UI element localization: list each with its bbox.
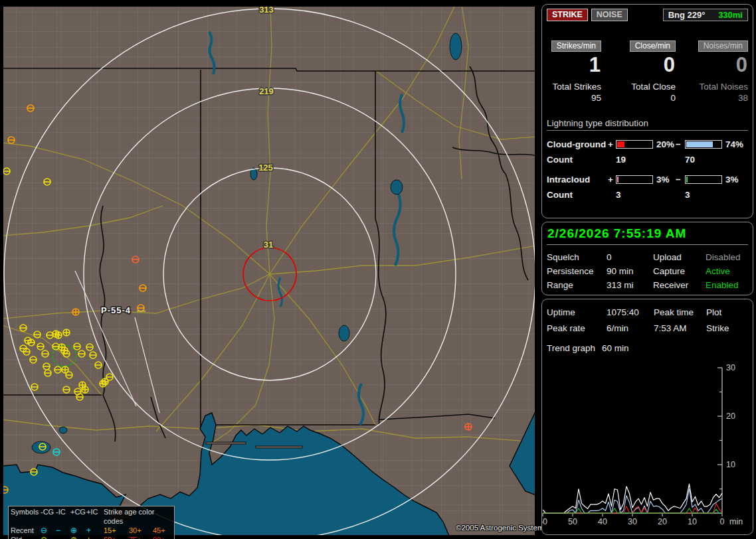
persistence-label: Persistence (547, 266, 607, 276)
legend-header-neg-ic: -IC (56, 507, 70, 526)
intracloud-row: Intracloud + 3% − 3% (547, 172, 748, 187)
plus-sign: + (608, 175, 616, 185)
strike-symbol-pos (465, 424, 472, 430)
strikes-per-min-column: Strikes/min 1 Total Strikes 95 (547, 39, 601, 103)
y-tick-label: 20 (726, 412, 735, 421)
age-code-90: 90+ (153, 535, 172, 539)
receiver-status: Enabled (706, 280, 748, 290)
neg-ic-old-icon: − (56, 535, 70, 539)
x-tick-label: 50 (568, 517, 577, 526)
x-tick-label: 10 (688, 517, 697, 526)
uptime-value: 1075:40 (607, 307, 654, 317)
legend-row-old-label: Old (11, 535, 41, 539)
x-tick-label: 60 (542, 517, 547, 526)
range-ring-label: 31 (264, 240, 273, 250)
strike-symbol-pos (102, 378, 108, 385)
total-strikes-label: Total Strikes (547, 82, 601, 92)
uptime-grid: Uptime 1075:40 Peak time Plot Peak rate … (547, 307, 748, 333)
noises-per-min-column: Noises/min 0 Total Noises 38 (676, 39, 748, 103)
x-tick-label: 30 (628, 517, 637, 526)
status-grid: Squelch 0 Upload Disabled Persistence 90… (547, 252, 748, 290)
cg-pos-pct: 20% (653, 139, 676, 149)
ic-neg-bar (685, 175, 722, 184)
cg-neg-bar (685, 140, 722, 149)
y-tick-label: 10 (726, 460, 735, 469)
age-code-75: 75+ (129, 535, 153, 539)
plot-value: Strike (706, 323, 748, 333)
age-code-15: 15+ (104, 526, 129, 535)
cloud-ground-row: Cloud-ground + 20% − 74% (547, 137, 748, 151)
squelch-value: 0 (607, 252, 653, 262)
peak-rate-value: 6/min (607, 323, 654, 333)
ic-neg-count: 3 (685, 190, 722, 200)
trend-graph-label: Trend graph (547, 343, 602, 353)
strike-symbol-pos (63, 329, 70, 336)
datetime-display: 2/26/2026 7:55:19 AM (547, 225, 748, 245)
x-tick-label: 0 (720, 517, 725, 526)
trend-panel: Uptime 1075:40 Peak time Plot Peak rate … (541, 299, 753, 535)
strike-symbol-pos (82, 386, 88, 393)
noises-per-min-button[interactable]: Noises/min (698, 40, 748, 52)
peak-time-value: 7:53 AM (654, 323, 706, 333)
range-ring-label: 313 (259, 7, 274, 15)
x-tick-label: 40 (598, 517, 607, 526)
minus-sign: − (676, 175, 685, 185)
persistence-value: 90 min (607, 266, 653, 276)
total-noises-label: Total Noises (676, 82, 748, 92)
range-label: Range (547, 280, 607, 290)
trend-series-neg_cloud_ground (543, 489, 722, 514)
uptime-label: Uptime (547, 307, 607, 317)
neg-cg-recent-icon: ⊖ (41, 526, 56, 535)
pos-ic-recent-icon: + (86, 526, 104, 535)
strike-button[interactable]: STRIKE (547, 9, 588, 21)
close-per-min-column: Close/min 0 Total Close 0 (601, 39, 676, 103)
trend-axes (543, 368, 722, 513)
cg-pos-count: 19 (616, 155, 653, 165)
intracloud-count-row: Count 3 3 (547, 187, 748, 203)
x-axis-unit: min (729, 517, 743, 526)
peak-time-label: Peak time (654, 307, 706, 317)
lightning-map[interactable]: 31321912531 P-55-4 — (3, 7, 535, 535)
trend-graph: 1020306050403020100min (542, 358, 753, 533)
bearing-distance: 330mi (718, 10, 743, 20)
range-value: 313 mi (607, 280, 653, 290)
trend-graph-value: 60 min (602, 343, 748, 353)
cloud-ground-count-row: Count 19 70 (547, 151, 748, 168)
total-close-value: 0 (601, 93, 676, 103)
cg-pos-bar (616, 140, 653, 149)
receiver-label: Receiver (653, 280, 706, 290)
storm-cell-label: P-55-4 (101, 305, 131, 315)
barrier-island (256, 446, 302, 448)
legend-header-age: Strike age color codes (104, 507, 172, 526)
strike-counter-panel: STRIKE NOISE Bng 229° 330mi Strikes/min … (541, 4, 753, 218)
peak-rate-label: Peak rate (547, 323, 607, 333)
noise-button[interactable]: NOISE (591, 9, 628, 21)
copyright-text: ©2005 Astrogenic Systems (456, 524, 547, 532)
neg-ic-recent-icon: − (56, 526, 70, 535)
pos-ic-old-icon: + (86, 535, 104, 539)
close-per-min-button[interactable]: Close/min (630, 40, 676, 52)
legend-header-symbols: Symbols (11, 507, 41, 526)
upload-label: Upload (653, 252, 706, 262)
bearing-value: Bng 229° (668, 10, 706, 20)
ic-pos-bar (616, 175, 653, 184)
legend-header-pos-cg: +CG (70, 507, 86, 526)
symbol-legend: Symbols -CG -IC +CG +IC Strike age color… (8, 506, 175, 539)
age-code-60: 60+ (104, 535, 129, 539)
age-code-45: 45+ (153, 526, 172, 535)
legend-header-pos-ic: +IC (86, 507, 104, 526)
total-strikes-value: 95 (547, 93, 601, 103)
ic-neg-pct: 3% (722, 175, 748, 185)
intracloud-label: Intracloud (547, 175, 608, 185)
storm-cell-dash: — (137, 305, 145, 315)
plus-sign: + (608, 139, 616, 149)
capture-status: Active (706, 266, 748, 276)
legend-header-neg-cg: -CG (41, 507, 56, 526)
minus-sign: − (676, 139, 685, 149)
total-close-label: Total Close (601, 82, 676, 92)
range-ring-label: 219 (259, 86, 274, 96)
trend-series-total_strikes (543, 484, 722, 513)
strike-symbol-pos (72, 309, 79, 315)
strikes-per-min-button[interactable]: Strikes/min (551, 40, 601, 52)
x-tick-label: 20 (658, 517, 667, 526)
